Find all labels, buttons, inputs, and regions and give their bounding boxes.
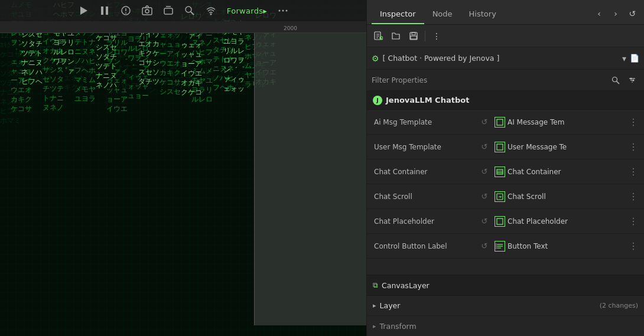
- prop-menu-ai-msg[interactable]: ⋮: [627, 116, 639, 128]
- prop-label-chat-scroll: Chat Scroll: [374, 193, 474, 201]
- prop-value-control-btn: Button Text: [495, 241, 624, 252]
- tab-inspector[interactable]: Inspector: [372, 6, 424, 24]
- svg-point-14: [282, 10, 284, 12]
- node-selector[interactable]: ⚙ [ Chatbot · Powered by Jenova ] ▾ 📄: [367, 47, 644, 70]
- camera-icon[interactable]: [142, 5, 152, 16]
- toolbar-brand: Forwards▸: [227, 6, 267, 15]
- filter-options-button[interactable]: [625, 73, 639, 87]
- more-icon[interactable]: [278, 5, 288, 16]
- prop-menu-user-msg[interactable]: ⋮: [627, 141, 639, 153]
- pause-icon[interactable]: [99, 5, 110, 16]
- prop-reset-chat-placeholder[interactable]: ↺: [478, 215, 491, 228]
- wifi-icon[interactable]: [206, 5, 216, 16]
- debug-icon[interactable]: [121, 5, 131, 16]
- inspector-panel: Inspector Node History ‹ › ↺ ⋮ ⚙ [ Chatb…: [366, 0, 644, 336]
- save-button[interactable]: [406, 28, 421, 44]
- prop-reset-chat-scroll[interactable]: ↺: [478, 190, 491, 203]
- canvas-area: ｦｧｨｩｪｫｬｭｮｯｰ12アｶｷｸケコサシスセソタチツテトナニヌネノハヒフヘホマ…: [0, 0, 366, 336]
- filter-icons: [609, 73, 639, 87]
- layer-expand-arrow: ▸: [373, 302, 376, 309]
- canvas-layer-row: ⧉ CanvasLayer: [367, 275, 644, 296]
- filter-row: Filter Properties: [367, 70, 644, 91]
- prop-icon-chat-container: [495, 167, 505, 177]
- prop-menu-control-btn[interactable]: ⋮: [627, 240, 639, 252]
- search-filter-button[interactable]: [609, 73, 623, 87]
- prop-control-button-label: Control Button Label ↺ Button Text ⋮: [367, 234, 644, 259]
- svg-rect-31: [497, 119, 503, 125]
- prop-icon-chat-scroll: [495, 191, 505, 202]
- prop-reset-control-btn[interactable]: ↺: [478, 240, 491, 253]
- ruler-horizontal: 2000: [0, 21, 366, 33]
- remote-icon[interactable]: [163, 5, 174, 16]
- svg-point-29: [630, 77, 632, 79]
- new-script-button[interactable]: [370, 28, 386, 44]
- svg-marker-0: [80, 6, 87, 15]
- svg-rect-2: [106, 6, 108, 15]
- svg-line-25: [617, 81, 620, 84]
- svg-point-13: [279, 10, 281, 12]
- canvas-toolbar: Forwards▸: [0, 0, 366, 21]
- open-script-button[interactable]: [388, 28, 404, 44]
- prev-button[interactable]: ‹: [592, 6, 606, 21]
- prop-user-msg-template: User Msg Template ↺ User Message Te ⋮: [367, 135, 644, 159]
- node-selector-caret[interactable]: ▾: [622, 54, 626, 63]
- prop-menu-chat-scroll[interactable]: ⋮: [627, 191, 639, 203]
- prop-label-user-msg: User Msg Template: [374, 143, 474, 151]
- svg-rect-33: [497, 169, 503, 174]
- toolbar-separator: [425, 31, 425, 41]
- canvas-layer-label: CanvasLayer: [382, 281, 430, 290]
- transform-label: Transform: [380, 322, 417, 331]
- next-button[interactable]: ›: [609, 6, 623, 21]
- prop-icon-chat-placeholder: [495, 216, 505, 227]
- prop-value-text-chat-scroll: Chat Scroll: [508, 193, 546, 201]
- prop-icon-user-msg: [495, 142, 505, 152]
- search-icon[interactable]: [184, 5, 195, 16]
- prop-value-text-user-msg: User Message Te: [508, 143, 567, 151]
- svg-point-5: [125, 12, 126, 14]
- tab-history[interactable]: History: [461, 6, 505, 24]
- prop-reset-user-msg[interactable]: ↺: [478, 141, 491, 154]
- svg-point-24: [613, 77, 617, 81]
- prop-chat-placeholder: Chat Placeholder ↺ Chat Placeholder ⋮: [367, 209, 644, 234]
- layer-label: Layer: [380, 301, 401, 310]
- svg-rect-8: [164, 8, 173, 14]
- svg-rect-37: [497, 218, 503, 224]
- prop-value-chat-placeholder: Chat Placeholder: [495, 216, 624, 227]
- more-options-button[interactable]: ⋮: [429, 28, 444, 44]
- svg-line-11: [191, 12, 194, 15]
- prop-value-chat-container: Chat Container: [495, 167, 624, 177]
- prop-label-chat-placeholder: Chat Placeholder: [374, 217, 474, 226]
- node-selector-icon: ⚙: [372, 54, 379, 63]
- svg-rect-6: [142, 8, 152, 15]
- prop-menu-chat-container[interactable]: ⋮: [627, 166, 639, 178]
- transform-expand-arrow: ▸: [373, 322, 376, 330]
- inspector-tabs: Inspector Node History ‹ › ↺: [367, 0, 644, 25]
- layer-badge: (2 changes): [600, 302, 638, 309]
- prop-value-text-chat-container: Chat Container: [508, 168, 561, 176]
- prop-reset-chat-container[interactable]: ↺: [478, 165, 491, 178]
- prop-icon-ai-msg: [495, 117, 505, 128]
- prop-menu-chat-placeholder[interactable]: ⋮: [627, 216, 639, 227]
- prop-reset-ai-msg[interactable]: ↺: [478, 116, 491, 129]
- node-selector-doc[interactable]: 📄: [630, 54, 639, 63]
- inspector-toolbar: ⋮: [367, 25, 644, 47]
- svg-rect-23: [411, 36, 417, 39]
- section-title: JenovaLLM Chatbot: [386, 96, 469, 105]
- history-button[interactable]: ↺: [625, 6, 639, 21]
- play-icon[interactable]: [78, 5, 89, 16]
- prop-value-ai-msg: AI Message Tem: [495, 117, 624, 128]
- transform-section[interactable]: ▸ Transform: [367, 316, 644, 336]
- filter-label: Filter Properties: [372, 76, 605, 84]
- prop-chat-scroll: Chat Scroll ↺ Chat Scroll ⋮: [367, 184, 644, 209]
- ruler-label: 2000: [284, 25, 297, 31]
- prop-value-user-msg: User Message Te: [495, 142, 624, 152]
- prop-value-text-control-btn: Button Text: [508, 242, 548, 250]
- prop-ai-msg-template: Ai Msg Template ↺ AI Message Tem ⋮: [367, 110, 644, 135]
- tab-node[interactable]: Node: [424, 6, 461, 24]
- prop-label-chat-container: Chat Container: [374, 168, 474, 176]
- svg-rect-1: [101, 6, 103, 15]
- prop-icon-control-btn: [495, 241, 505, 252]
- chatbot-icon: J: [373, 96, 382, 105]
- svg-point-30: [633, 79, 635, 81]
- layer-section[interactable]: ▸ Layer (2 changes): [367, 296, 644, 316]
